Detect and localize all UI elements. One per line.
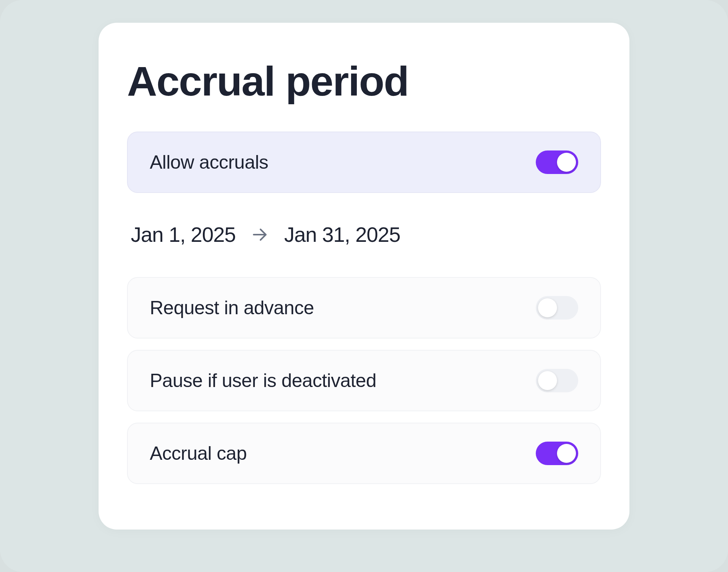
toggle-knob [557, 153, 576, 172]
toggle-knob [538, 298, 557, 317]
accrual-cap-row: Accrual cap [127, 423, 601, 484]
accrual-cap-toggle[interactable] [536, 442, 578, 465]
request-in-advance-label: Request in advance [150, 297, 314, 319]
pause-if-deactivated-label: Pause if user is deactivated [150, 370, 376, 392]
pause-if-deactivated-row: Pause if user is deactivated [127, 350, 601, 411]
accrual-cap-label: Accrual cap [150, 442, 247, 464]
pause-if-deactivated-toggle[interactable] [536, 369, 578, 392]
allow-accruals-label: Allow accruals [150, 151, 268, 173]
settings-card: Accrual period Allow accruals Jan 1, 202… [99, 23, 629, 530]
request-in-advance-row: Request in advance [127, 277, 601, 338]
request-in-advance-toggle[interactable] [536, 296, 578, 320]
outer-container: Accrual period Allow accruals Jan 1, 202… [0, 0, 728, 572]
toggle-knob [557, 444, 576, 463]
page-title: Accrual period [127, 57, 601, 105]
arrow-right-icon [251, 226, 269, 244]
date-range: Jan 1, 2025 Jan 31, 2025 [127, 204, 601, 273]
allow-accruals-row: Allow accruals [127, 132, 601, 193]
date-end: Jan 31, 2025 [284, 223, 400, 247]
date-start: Jan 1, 2025 [131, 223, 235, 247]
toggle-knob [538, 371, 557, 390]
allow-accruals-toggle[interactable] [536, 150, 578, 174]
